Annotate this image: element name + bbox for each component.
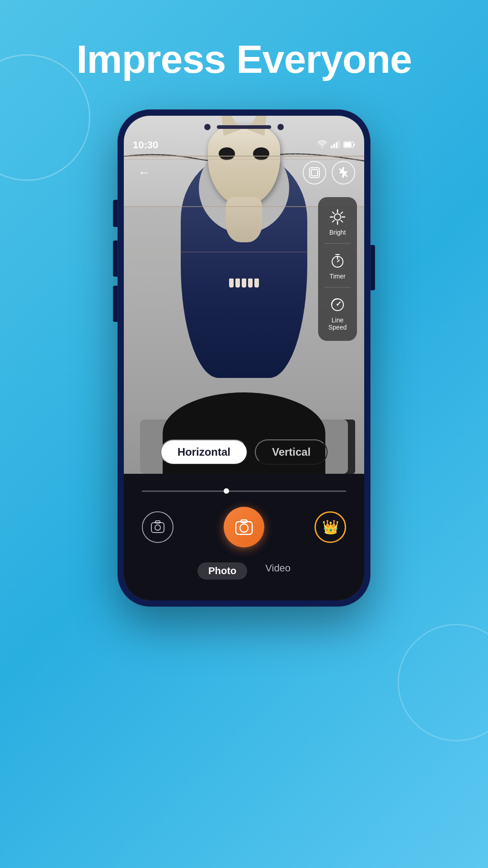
wifi-icon <box>317 140 327 151</box>
phone-screen: 10:30 <box>124 116 364 600</box>
tooth <box>242 278 246 288</box>
svg-line-21 <box>338 260 339 262</box>
progress-line[interactable] <box>142 491 346 492</box>
svg-rect-7 <box>311 170 318 176</box>
video-mode-button[interactable]: Video <box>265 562 291 580</box>
camera-controls-row: 👑 <box>142 507 346 547</box>
top-right-controls <box>303 161 355 184</box>
photo-mode-button[interactable]: Photo <box>197 562 247 580</box>
phone-mockup: 10:30 <box>117 109 371 607</box>
svg-rect-3 <box>338 140 340 148</box>
side-panel: Bright Timer <box>318 197 357 341</box>
headline: Impress Everyone <box>76 36 412 82</box>
svg-rect-1 <box>333 144 335 148</box>
timer-icon <box>328 251 347 271</box>
panel-divider-1 <box>324 243 351 244</box>
back-button[interactable]: ← <box>133 161 155 184</box>
notch-pill <box>217 125 271 129</box>
svg-rect-2 <box>336 142 338 148</box>
svg-rect-0 <box>331 146 333 148</box>
svg-line-16 <box>341 220 343 222</box>
progress-thumb <box>224 488 229 494</box>
line-speed-panel-item[interactable]: Line Speed <box>322 290 353 335</box>
skull-snout <box>226 197 262 242</box>
notch-camera <box>204 124 211 130</box>
line-speed-icon <box>328 295 347 315</box>
tooth <box>248 278 253 288</box>
phone-btn-volume-down <box>113 286 117 322</box>
premium-button[interactable]: 👑 <box>314 511 346 543</box>
svg-point-30 <box>240 524 248 532</box>
back-arrow-icon: ← <box>138 165 150 180</box>
top-controls: ← <box>133 161 355 184</box>
notch-speaker <box>277 124 284 130</box>
svg-line-18 <box>333 220 334 222</box>
tooth <box>254 278 259 288</box>
svg-line-15 <box>333 212 334 214</box>
bright-label: Bright <box>329 229 346 236</box>
bright-panel-item[interactable]: Bright <box>322 203 353 241</box>
crown-icon: 👑 <box>322 519 339 535</box>
skull-teeth <box>217 278 271 288</box>
panel-divider-2 <box>324 287 351 288</box>
battery-icon <box>343 141 355 150</box>
tooth <box>235 278 240 288</box>
gallery-button[interactable] <box>303 161 326 184</box>
status-icons <box>317 140 355 151</box>
status-bar: 10:30 <box>133 138 355 152</box>
flash-off-button[interactable] <box>332 161 355 184</box>
svg-point-25 <box>337 304 338 306</box>
svg-rect-28 <box>155 521 160 523</box>
horizontal-mode-button[interactable]: Horizontal <box>160 439 248 465</box>
svg-line-17 <box>341 212 343 214</box>
line-speed-label: Line Speed <box>324 316 351 331</box>
phone-outer: 10:30 <box>117 109 371 607</box>
timer-label: Timer <box>329 273 345 280</box>
shutter-button[interactable] <box>224 507 264 547</box>
svg-rect-26 <box>151 523 164 533</box>
svg-point-27 <box>155 525 160 530</box>
timer-panel-item[interactable]: Timer <box>322 246 353 284</box>
bottom-bar: 👑 Photo Video <box>124 474 364 600</box>
tooth <box>229 278 234 288</box>
phone-btn-volume <box>113 200 117 227</box>
phone-btn-volume-up <box>113 241 117 277</box>
signal-icon <box>331 140 340 151</box>
bright-icon <box>328 207 347 227</box>
svg-marker-9 <box>340 168 347 178</box>
notch-bar <box>124 116 364 138</box>
status-time: 10:30 <box>133 139 158 151</box>
svg-point-10 <box>334 214 341 220</box>
bottom-modes-row: Photo Video <box>197 562 291 580</box>
vertical-mode-button[interactable]: Vertical <box>255 439 328 465</box>
mode-selector: Horizontal Vertical <box>124 439 364 465</box>
bg-circle-right <box>398 624 488 741</box>
svg-rect-5 <box>344 142 352 147</box>
gallery-switch-button[interactable] <box>142 511 174 543</box>
phone-btn-power <box>371 245 375 290</box>
